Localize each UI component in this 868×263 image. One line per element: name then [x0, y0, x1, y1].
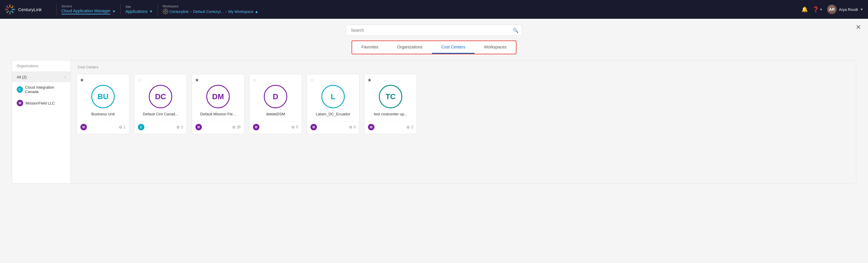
star-default-cint[interactable]: ☆: [137, 77, 142, 83]
gear-icon-l: ⚙: [349, 125, 352, 129]
service-value-text: Cloud Application Manager: [61, 8, 110, 14]
tab-organizations[interactable]: Organizations: [388, 41, 432, 54]
badge-l: M: [310, 124, 317, 130]
gear-icon-d: ⚙: [291, 125, 295, 129]
footer-right-bu: ⚙ 1: [119, 125, 126, 129]
star-test-costcenter[interactable]: ★: [367, 77, 372, 83]
badge-bu: M: [81, 124, 87, 130]
workspace-path: Centurylink › Default Centuryl... › My W…: [162, 8, 258, 14]
cost-centers-header: Cost Centers: [76, 65, 850, 69]
footer-right-l: ⚙ 0: [349, 125, 355, 129]
card-default-mission[interactable]: ★ DM Default Mission Fie... M ⚙ 26: [192, 74, 244, 134]
search-box: 🔍: [346, 25, 522, 36]
footer-right-dc: ⚙ 2: [176, 125, 183, 129]
footer-right-tc: ⚙ 2: [406, 125, 413, 129]
user-area[interactable]: AR Arya Roudi ▼: [827, 5, 863, 14]
breadcrumb-chevron-2: ›: [225, 10, 226, 13]
cost-centers-area: Cost Centers ★ BU Business Unit M ⚙ 1: [71, 60, 856, 183]
badge-dm: M: [195, 124, 202, 130]
svg-point-9: [9, 8, 11, 10]
star-business-unit[interactable]: ★: [80, 77, 84, 83]
card-default-cint[interactable]: ☆ DC Default Cint Canad... C ⚙ 2: [134, 74, 187, 134]
star-default-mission[interactable]: ★: [195, 77, 199, 83]
svg-line-6: [7, 11, 8, 12]
header-right: 🔔 ❓ ▼ AR Arya Roudi ▼: [801, 5, 863, 14]
card-deletedsm[interactable]: ☆ D deleteDSM M ⚙ 0: [249, 74, 302, 134]
breadcrumb-3-text: My Workspace: [228, 9, 253, 14]
centurylink-workspace-icon: [162, 8, 168, 14]
card-footer-dm: M ⚙ 26: [195, 121, 241, 130]
search-icon: 🔍: [513, 28, 519, 33]
svg-line-2: [12, 6, 13, 8]
org-badge-m: M: [17, 100, 23, 106]
star-latam[interactable]: ☆: [310, 77, 314, 83]
card-footer-dc: C ⚙ 2: [138, 121, 183, 130]
search-wrapper: 🔍: [12, 25, 856, 36]
lower-section: Organizations All (2) › C Cloud Integrat…: [12, 60, 856, 183]
cards-grid: ★ BU Business Unit M ⚙ 1 ☆ DC Defa: [76, 74, 850, 134]
sidebar-item-all[interactable]: All (2) ›: [12, 72, 70, 82]
site-nav[interactable]: Site Applications ▼: [125, 5, 153, 14]
notification-button[interactable]: 🔔: [801, 6, 808, 12]
count-tc: 2: [411, 125, 413, 129]
sidebar-header: Organizations: [12, 60, 70, 72]
card-business-unit[interactable]: ★ BU Business Unit M ⚙ 1: [76, 74, 129, 134]
workspace-breadcrumb: Workspace Centurylink › Default Centuryl…: [162, 4, 258, 14]
card-name-tc: test costcenter up...: [368, 112, 413, 118]
sidebar-item-left-2: M MissionField LLC: [17, 100, 55, 106]
service-dropdown-icon: ▼: [112, 9, 116, 13]
badge-dc: C: [138, 124, 144, 130]
svg-line-8: [7, 6, 8, 8]
footer-right-dm: ⚙ 26: [232, 125, 241, 129]
gear-icon-dm: ⚙: [232, 125, 236, 129]
service-nav[interactable]: Service Cloud Application Manager ▼: [61, 4, 116, 14]
search-input[interactable]: [346, 25, 522, 36]
circle-bu: BU: [91, 85, 115, 108]
site-dropdown-icon: ▼: [149, 9, 153, 13]
org-name-2: MissionField LLC: [26, 101, 55, 106]
card-test-costcenter[interactable]: ★ TC test costcenter up... M ⚙ 2: [364, 74, 417, 134]
breadcrumb-myworkspace[interactable]: My Workspace ▲: [228, 9, 258, 14]
help-button[interactable]: ❓ ▼: [812, 6, 823, 12]
service-value[interactable]: Cloud Application Manager ▼: [61, 8, 116, 14]
sidebar-item-missionfield[interactable]: M MissionField LLC: [12, 97, 70, 109]
card-name-l: Latam_DC_Ecuador: [310, 112, 355, 118]
breadcrumb-2-text: Default Centuryl...: [193, 9, 224, 14]
gear-icon-dc: ⚙: [176, 125, 180, 129]
gear-icon-bu: ⚙: [119, 125, 122, 129]
tab-cost-centers[interactable]: Cost Centers: [432, 41, 475, 54]
star-deletedsm[interactable]: ☆: [252, 77, 256, 83]
site-value[interactable]: Applications ▼: [125, 9, 153, 14]
sidebar-item-left-1: C Cloud Integration Canada: [17, 85, 66, 94]
workspace-up-arrow: ▲: [255, 9, 258, 14]
card-name-dc: Default Cint Canad...: [138, 112, 183, 118]
tabs-wrapper: Favorites Organizations Cost Centers Wor…: [12, 40, 856, 54]
breadcrumb-default[interactable]: Default Centuryl...: [193, 9, 224, 14]
card-name-bu: Business Unit: [81, 112, 126, 118]
logo-area: CenturyLink: [5, 4, 52, 15]
card-latam[interactable]: ☆ L Latam_DC_Ecuador M ⚙ 0: [307, 74, 360, 134]
tab-favorites[interactable]: Favorites: [352, 41, 388, 54]
centurylink-logo-icon: [5, 4, 15, 15]
card-footer-bu: M ⚙ 1: [81, 121, 126, 130]
tab-workspaces[interactable]: Workspaces: [474, 41, 516, 54]
footer-right-d: ⚙ 0: [291, 125, 298, 129]
circle-tc: TC: [379, 85, 402, 108]
breadcrumb-1-text: Centurylink: [169, 9, 189, 14]
header: CenturyLink Service Cloud Application Ma…: [0, 0, 868, 19]
header-divider-3: [158, 3, 158, 15]
breadcrumb-centurylink[interactable]: Centurylink: [162, 8, 189, 14]
card-name-dm: Default Mission Fie...: [195, 112, 241, 118]
count-d: 0: [296, 125, 298, 129]
circle-dm: DM: [206, 85, 230, 108]
count-bu: 1: [124, 125, 126, 129]
count-dm: 26: [237, 125, 241, 129]
service-label: Service: [61, 4, 116, 8]
logo-text: CenturyLink: [18, 7, 42, 12]
sidebar-item-cloud-integration[interactable]: C Cloud Integration Canada: [12, 82, 70, 97]
workspace-label: Workspace: [162, 4, 258, 8]
close-button[interactable]: ✕: [856, 24, 861, 31]
card-name-d: deleteDSM: [253, 112, 298, 118]
count-l: 0: [353, 125, 355, 129]
card-footer-tc: M ⚙ 2: [368, 121, 413, 130]
